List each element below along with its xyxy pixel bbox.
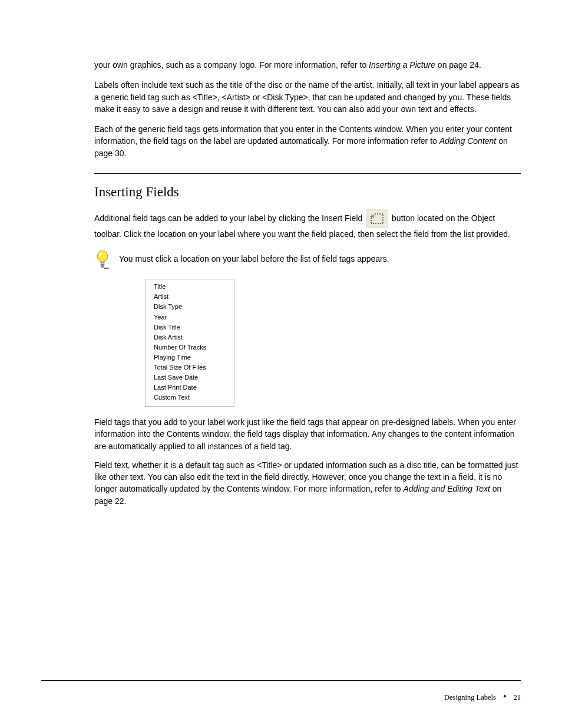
text: Additional field tags can be added to yo… [94, 213, 365, 223]
footer-bullet-icon: • [503, 694, 507, 699]
svg-point-0 [97, 251, 108, 262]
menu-item-disk-artist[interactable]: Disk Artist [154, 332, 226, 342]
menu-item-custom-text[interactable]: Custom Text [154, 393, 226, 403]
text: your own graphics, such as a company log… [94, 60, 369, 70]
link-inserting-picture: Inserting a Picture [369, 60, 435, 70]
menu-item-artist[interactable]: Artist [154, 292, 226, 302]
svg-rect-4 [101, 266, 104, 268]
after-paragraph-1: Field tags that you add to your label wo… [94, 416, 521, 452]
menu-item-last-save-date[interactable]: Last Save Date [154, 373, 226, 383]
text: on page 24. [435, 60, 481, 70]
page: your own graphics, such as a company log… [0, 0, 562, 728]
link-adding-content: on page 30.Adding Content [439, 136, 497, 146]
menu-item-last-print-date[interactable]: Last Print Date [154, 383, 226, 393]
menu-item-title[interactable]: Title [154, 282, 226, 292]
menu-item-disk-title[interactable]: Disk Title [154, 322, 226, 332]
link-adding-editing-text: Adding and Editing Text [404, 484, 490, 493]
field-list-menu: Title Artist Disk Type Year Disk Title D… [145, 279, 234, 407]
lightbulb-icon [94, 249, 111, 273]
footer-page-number: 21 [514, 693, 521, 702]
section-divider [94, 173, 521, 174]
tip-row: You must click a location on your label … [94, 249, 521, 273]
footer-chapter: Designing Labels [444, 693, 496, 702]
after-paragraph-2: Field text, whether it is a default tag … [94, 459, 521, 507]
intro-block: your own graphics, such as a company log… [94, 59, 521, 159]
intro-paragraph-1: your own graphics, such as a company log… [94, 59, 521, 71]
section-heading: Inserting Fields [94, 185, 521, 200]
svg-rect-3 [101, 264, 105, 266]
intro-paragraph-3: Each of the generic field tags gets info… [94, 123, 521, 159]
section-paragraph-1: Additional field tags can be added to yo… [94, 209, 521, 240]
tip-text: You must click a location on your label … [119, 253, 389, 265]
svg-rect-2 [101, 262, 105, 264]
menu-item-playing-time[interactable]: Playing Time [154, 353, 226, 363]
menu-item-number-of-tracks[interactable]: Number Of Tracks [154, 342, 226, 353]
insert-field-icon: ✕ [366, 209, 388, 228]
intro-paragraph-2: Labels often include text such as the ti… [94, 79, 521, 115]
menu-item-disk-type[interactable]: Disk Type [154, 302, 226, 312]
footer-divider [41, 680, 521, 681]
menu-item-year[interactable]: Year [154, 312, 226, 322]
menu-item-total-size[interactable]: Total Size Of Files [154, 363, 226, 373]
page-footer: Designing Labels • 21 [41, 693, 521, 702]
svg-point-1 [99, 252, 102, 256]
